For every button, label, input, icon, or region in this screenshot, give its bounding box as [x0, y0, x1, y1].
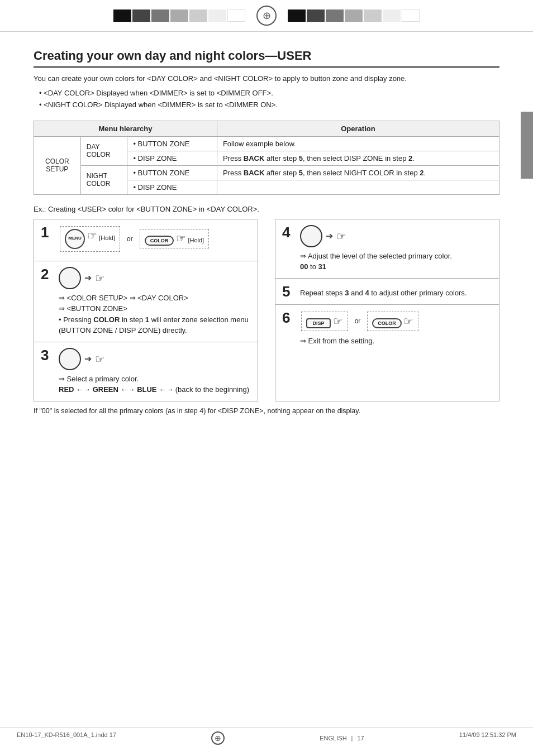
cell-disp-zone-1: • DISP ZONE [127, 151, 217, 165]
knob-4a [300, 225, 322, 247]
arrow-3: ➔ [84, 353, 92, 364]
menu-hierarchy-table: Menu hierarchy Operation COLORSETUP DAYC… [34, 121, 499, 195]
table-col2-header: Operation [217, 121, 499, 136]
step-4-number: 4 [282, 225, 296, 240]
step-6-number: 6 [282, 310, 296, 325]
content: Creating your own day and night colors—U… [0, 32, 533, 433]
step-6-dashed-left: DISP ☞ [301, 312, 348, 331]
step-2-content: ➔ ☞ ⇒ <COLOR SETUP> ⇒ <DAY COLOR> ⇒ <BUT… [59, 267, 251, 336]
cell-op-3: Press BACK after step 5, then select NIG… [217, 165, 499, 180]
step-2-arrow: ⇒ [59, 294, 65, 302]
compass-icon: ⊕ [256, 6, 277, 26]
cell-day-color: DAYCOLOR [80, 136, 127, 165]
step-4-content: ➔ ☞ ⇒ Adjust the level of the selected p… [300, 225, 492, 272]
step-1-row: 1 MENU ☞ [Hold] or [34, 219, 258, 261]
right-sidebar-bar [521, 112, 533, 179]
color-block-2 [132, 9, 150, 22]
step-6-content: DISP ☞ or COLOR ☞ ⇒ Exit from the settin… [300, 310, 492, 347]
step-1-dashed-right: COLOR ☞ [Hold] [140, 229, 210, 248]
bullet-night-color: • <NIGHT COLOR> Displayed when <DIMMER> … [39, 99, 499, 111]
hand-icon-1: ☞ [87, 229, 97, 242]
step-1-dashed-left: MENU ☞ [Hold] [60, 226, 120, 252]
or-text-6: or [355, 317, 361, 325]
cell-op-4 [217, 180, 499, 194]
color-strip-right [288, 9, 420, 22]
color-block-r7 [402, 9, 420, 22]
step-2-row: 2 ➔ ☞ ⇒ <COLOR SETUP> ⇒ <DAY COLOR> ⇒ <B… [34, 261, 258, 342]
hand-icon-6b: ☞ [403, 314, 413, 328]
example-line: Ex.: Creating <USER> color for <BUTTON Z… [34, 205, 499, 213]
color-block-r3 [326, 9, 344, 22]
footer-compass-icon: ⊕ [211, 731, 225, 745]
page: ⊕ Creating your own day and night colors… [0, 0, 533, 756]
footer-lang: ENGLISH [320, 735, 346, 741]
color-strip-left [113, 9, 245, 22]
hold-label-1b: [Hold] [188, 237, 204, 243]
hand-icon-1b: ☞ [176, 232, 186, 245]
footer-right: 11/4/09 12:51:32 PM [459, 731, 516, 745]
step-3-row: 3 ➔ ☞ ⇒ Select a primary color. RED ←→ G… [34, 342, 258, 401]
step-5-content: Repeat steps 3 and 4 to adjust other pri… [300, 284, 492, 299]
footer-separator: | [351, 735, 353, 741]
steps-right: 4 ➔ ☞ ⇒ Adjust the level of the selected… [275, 219, 499, 401]
step-3-text: ⇒ Select a primary color. RED ←→ GREEN ←… [59, 374, 251, 395]
note-text: If "00" is selected for all the primary … [34, 406, 499, 417]
step-4-row: 4 ➔ ☞ ⇒ Adjust the level of the selected… [275, 219, 499, 279]
table-col1-header: Menu hierarchy [34, 121, 217, 136]
color-block-r2 [307, 9, 325, 22]
color-block-r5 [364, 9, 382, 22]
menu-button: MENU [65, 229, 85, 249]
hand-icon-2: ☞ [95, 271, 105, 285]
hand-icon-6a: ☞ [333, 314, 343, 328]
steps-left: 1 MENU ☞ [Hold] or [34, 219, 258, 401]
step-5-text: Repeat steps 3 and 4 to adjust other pri… [300, 288, 492, 299]
steps-container: 1 MENU ☞ [Hold] or [34, 219, 499, 401]
cell-button-zone-1: • BUTTON ZONE [127, 136, 217, 151]
color-block-1 [113, 9, 131, 22]
step-1-illustration: MENU ☞ [Hold] or COLOR ☞ [Hold] [59, 225, 251, 253]
step-6-text: ⇒ Exit from the setting. [300, 336, 492, 347]
cell-disp-zone-2: • DISP ZONE [127, 180, 217, 194]
cell-button-zone-2: • BUTTON ZONE [127, 165, 217, 180]
step-6-illustration: DISP ☞ or COLOR ☞ [300, 310, 492, 332]
page-number-area: ENGLISH | 17 [320, 731, 364, 745]
cell-color-setup: COLORSETUP [34, 136, 81, 194]
color-block-3 [151, 9, 169, 22]
cell-night-color: NIGHTCOLOR [80, 165, 127, 194]
table-row-1: COLORSETUP DAYCOLOR • BUTTON ZONE Follow… [34, 136, 499, 151]
step-1-number: 1 [41, 225, 54, 240]
color-block-4 [170, 9, 188, 22]
step-5-number: 5 [282, 284, 296, 299]
step-4-text: ⇒ Adjust the level of the selected prima… [300, 251, 492, 272]
step-3-content: ➔ ☞ ⇒ Select a primary color. RED ←→ GRE… [59, 348, 251, 395]
footer-center: ⊕ [211, 731, 225, 745]
color-block-6 [208, 9, 226, 22]
or-text-1: or [127, 235, 133, 243]
color-block-r1 [288, 9, 306, 22]
color-block-r6 [383, 9, 401, 22]
color-button-6: COLOR [372, 318, 402, 328]
step-6-row: 6 DISP ☞ or COLOR ☞ [275, 305, 499, 352]
knob-2 [59, 267, 81, 289]
cell-op-2: Press BACK after step 5, then select DIS… [217, 151, 499, 165]
color-block-5 [189, 9, 207, 22]
step-3-illustration: ➔ ☞ [59, 348, 251, 370]
knob-3 [59, 348, 81, 370]
hand-icon-3: ☞ [95, 352, 105, 366]
top-bar: ⊕ [0, 0, 533, 32]
arrow-4: ➔ [326, 231, 333, 241]
disp-button: DISP [306, 318, 331, 328]
step-5-row: 5 Repeat steps 3 and 4 to adjust other p… [275, 279, 499, 305]
bullet-day-color: • <DAY COLOR> Displayed when <DIMMER> is… [39, 88, 499, 99]
footer-left: EN10-17_KD-R516_001A_1.indd 17 [17, 731, 116, 745]
page-footer: EN10-17_KD-R516_001A_1.indd 17 ⊕ ENGLISH… [0, 728, 533, 745]
cell-op-1: Follow example below. [217, 136, 499, 151]
footer-page-num: 17 [357, 735, 364, 741]
table-row-3: NIGHTCOLOR • BUTTON ZONE Press BACK afte… [34, 165, 499, 180]
color-block-7 [227, 9, 245, 22]
step-2-text: ⇒ <COLOR SETUP> ⇒ <DAY COLOR> ⇒ <BUTTON … [59, 293, 251, 336]
hand-icon-4: ☞ [336, 229, 346, 243]
intro-text: You can create your own colors for <DAY … [34, 73, 499, 84]
color-block-r4 [345, 9, 363, 22]
step-1-content: MENU ☞ [Hold] or COLOR ☞ [Hold] [59, 225, 251, 255]
